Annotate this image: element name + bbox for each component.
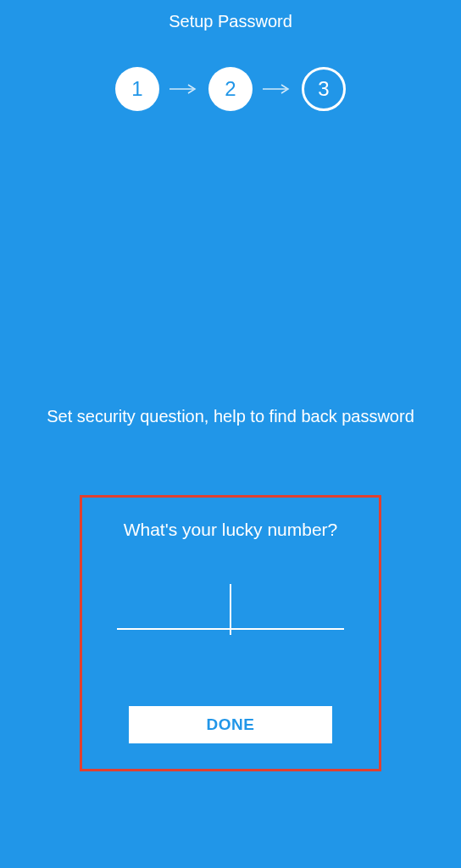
step-1: 1 <box>115 67 159 111</box>
step-3: 3 <box>302 67 346 111</box>
progress-stepper: 1 2 3 <box>0 67 461 111</box>
arrow-right-icon <box>263 83 292 95</box>
page-title: Setup Password <box>0 12 461 31</box>
security-question-text: What's your lucky number? <box>82 520 379 540</box>
instruction-text: Set security question, help to find back… <box>0 404 461 428</box>
security-question-panel: What's your lucky number? DONE <box>80 495 381 771</box>
step-2: 2 <box>208 67 253 111</box>
header: Setup Password <box>0 0 461 31</box>
text-cursor-icon <box>230 584 231 635</box>
arrow-right-icon <box>169 83 198 95</box>
done-button[interactable]: DONE <box>129 706 332 743</box>
